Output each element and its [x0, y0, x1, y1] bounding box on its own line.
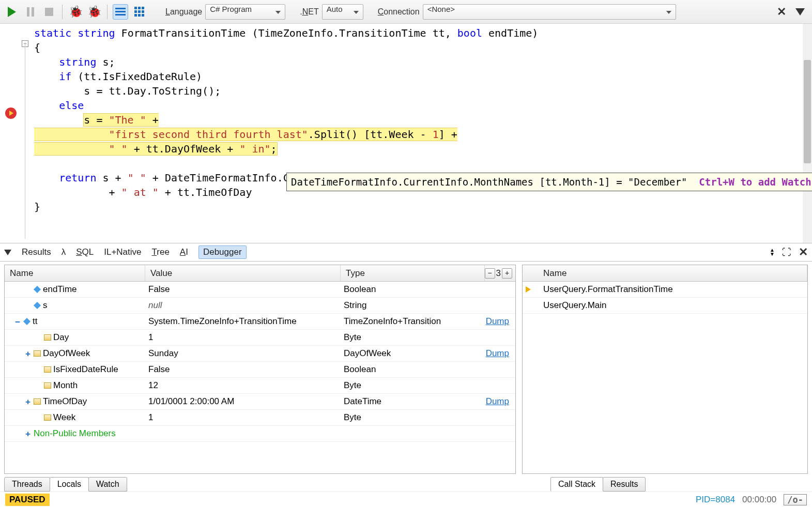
- menu-dropdown-button[interactable]: [792, 4, 808, 20]
- net-label: .NET: [300, 7, 318, 17]
- close-results-button[interactable]: ✕: [799, 245, 808, 259]
- pause-button[interactable]: [23, 4, 38, 20]
- expand-toggle[interactable]: +: [24, 430, 32, 437]
- reorder-button[interactable]: ▲▼: [770, 248, 775, 256]
- locals-name-cell: − tt: [5, 316, 145, 327]
- col-type[interactable]: Type: [341, 265, 485, 281]
- tab-lambda[interactable]: λ: [62, 247, 66, 257]
- tab-ai[interactable]: AI: [180, 247, 188, 257]
- tab-debugger[interactable]: Debugger: [198, 245, 247, 259]
- locals-value-cell: 12: [145, 380, 341, 391]
- connection-label: Connection: [378, 7, 420, 17]
- locals-row[interactable]: + Non-Public Members: [5, 426, 515, 442]
- expand-all-button[interactable]: +: [502, 268, 512, 279]
- close-button[interactable]: ✕: [774, 4, 789, 20]
- locals-value-cell: False: [145, 284, 341, 295]
- callstack-row[interactable]: UserQuery.FormatTransitionTime: [523, 282, 807, 298]
- field-icon: [34, 302, 41, 309]
- dump-link[interactable]: Dump: [486, 348, 509, 358]
- tab-locals[interactable]: Locals: [50, 477, 89, 491]
- locals-name-cell: Day: [5, 332, 145, 343]
- code-editor[interactable]: − static string FormatTransitionTime (Ti…: [0, 24, 812, 243]
- locals-type-cell: DateTime: [341, 396, 471, 407]
- locals-action-cell: Dump: [471, 316, 515, 327]
- expand-toggle: [35, 414, 42, 421]
- expand-toggle[interactable]: +: [24, 350, 32, 357]
- optimize-toggle[interactable]: /o-: [784, 494, 807, 505]
- locals-type-cell: Byte: [341, 332, 471, 343]
- locals-row[interactable]: Week1Byte: [5, 410, 515, 426]
- locals-type-cell: DayOfWeek: [341, 348, 471, 359]
- property-icon: [44, 366, 51, 373]
- locals-action-cell: Dump: [471, 396, 515, 407]
- locals-type-cell: String: [341, 300, 471, 311]
- tab-threads[interactable]: Threads: [4, 477, 50, 491]
- locals-name-cell: Month: [5, 380, 145, 391]
- col-name[interactable]: Name: [5, 265, 145, 281]
- tab-sql[interactable]: SQL: [76, 247, 94, 257]
- paused-badge: PAUSED: [5, 494, 50, 506]
- locals-row[interactable]: + TimeOfDay1/01/0001 2:00:00 AMDateTimeD…: [5, 394, 515, 410]
- results-text-mode-button[interactable]: [113, 4, 128, 20]
- results-grid-mode-button[interactable]: [131, 4, 147, 20]
- debug-panels: Name Value Type − 3 + endTimeFalseBoolea…: [0, 262, 812, 474]
- editor-gutter[interactable]: −: [0, 24, 25, 243]
- depth-value: 3: [496, 268, 501, 279]
- collapse-all-button[interactable]: −: [485, 268, 495, 279]
- locals-name-cell: s: [5, 300, 145, 311]
- locals-type-cell: Byte: [341, 380, 471, 391]
- elapsed-time: 00:00:00: [742, 495, 776, 505]
- net-select[interactable]: Auto: [322, 4, 363, 20]
- separator: [107, 5, 108, 19]
- expand-toggle[interactable]: +: [24, 398, 32, 405]
- debug-step-button[interactable]: 🐞: [86, 4, 102, 20]
- tab-results-bottom[interactable]: Results: [603, 477, 646, 491]
- tab-callstack[interactable]: Call Stack: [550, 477, 603, 491]
- col-name[interactable]: Name: [523, 265, 807, 281]
- locals-row[interactable]: + DayOfWeekSundayDayOfWeekDump: [5, 346, 515, 362]
- language-select[interactable]: C# Program: [205, 4, 285, 20]
- scrollbar-thumb[interactable]: [804, 60, 811, 163]
- locals-name-cell: + DayOfWeek: [5, 348, 145, 359]
- stop-button[interactable]: [41, 4, 57, 20]
- callstack-row[interactable]: UserQuery.Main: [523, 298, 807, 314]
- current-line-breakpoint[interactable]: [5, 107, 17, 119]
- expand-toggle: [24, 286, 32, 293]
- field-icon: [34, 286, 41, 293]
- breakpoint-arrow-icon: [5, 107, 17, 119]
- chevron-down-icon: [795, 8, 805, 16]
- locals-row[interactable]: Month12Byte: [5, 378, 515, 394]
- tab-watch[interactable]: Watch: [88, 477, 127, 491]
- code-content[interactable]: static string FormatTransitionTime (Time…: [25, 24, 812, 243]
- locals-name-cell: endTime: [5, 284, 145, 295]
- locals-value-cell: 1: [145, 412, 341, 423]
- results-menu-icon[interactable]: [4, 250, 11, 255]
- run-button[interactable]: [4, 4, 20, 20]
- locals-row[interactable]: IsFixedDateRuleFalseBoolean: [5, 362, 515, 378]
- locals-grid[interactable]: endTimeFalseBoolean snullString− ttSyste…: [5, 282, 515, 473]
- tab-results[interactable]: Results: [22, 247, 51, 257]
- tab-il[interactable]: IL+Native: [104, 247, 141, 257]
- callstack-header: Name: [523, 265, 807, 282]
- dump-link[interactable]: Dump: [486, 316, 509, 326]
- property-icon: [44, 334, 51, 341]
- stack-frame-name: UserQuery.Main: [538, 300, 610, 311]
- expand-toggle[interactable]: −: [14, 318, 21, 325]
- locals-row[interactable]: snullString: [5, 298, 515, 314]
- net-value: Auto: [327, 5, 343, 13]
- locals-row[interactable]: Day1Byte: [5, 330, 515, 346]
- editor-scrollbar[interactable]: [803, 24, 812, 243]
- tab-tree[interactable]: Tree: [152, 247, 170, 257]
- callstack-grid[interactable]: UserQuery.FormatTransitionTimeUserQuery.…: [523, 282, 807, 473]
- debug-button[interactable]: 🐞: [68, 4, 83, 20]
- bug-red-icon: 🐞: [69, 5, 83, 19]
- locals-name-cell: IsFixedDateRule: [5, 364, 145, 375]
- property-icon: [34, 350, 41, 357]
- expand-icon[interactable]: ⛶: [782, 247, 791, 258]
- locals-row[interactable]: endTimeFalseBoolean: [5, 282, 515, 298]
- locals-row[interactable]: − ttSystem.TimeZoneInfo+TransitionTimeTi…: [5, 314, 515, 330]
- dump-link[interactable]: Dump: [486, 396, 509, 406]
- col-value[interactable]: Value: [145, 265, 341, 281]
- property-icon: [44, 382, 51, 389]
- connection-select[interactable]: <None>: [423, 4, 676, 20]
